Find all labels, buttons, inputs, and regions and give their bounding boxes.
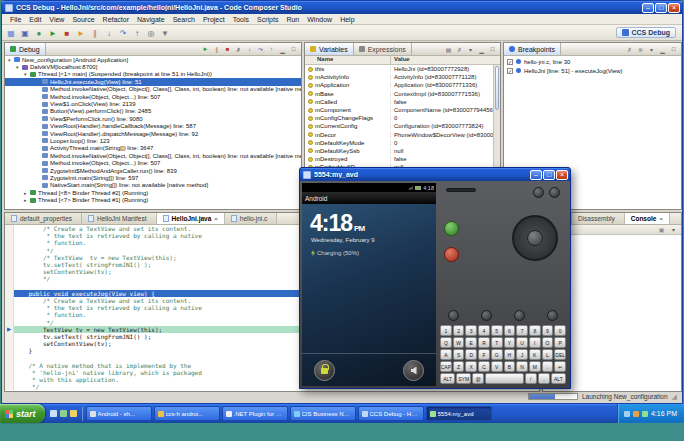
editor-gutter-marker[interactable] bbox=[5, 369, 14, 376]
stack-frame-row[interactable]: Looper.loop() line: 123 bbox=[5, 137, 301, 144]
quicklaunch-browser-icon[interactable] bbox=[60, 410, 67, 417]
resume-icon[interactable]: ► bbox=[201, 46, 210, 52]
dpad[interactable] bbox=[512, 215, 558, 261]
emu-key[interactable]: V bbox=[491, 361, 503, 372]
menu-item[interactable]: Search bbox=[169, 16, 199, 23]
variable-row[interactable]: mConfigChangeFlags 0 bbox=[305, 114, 493, 122]
stack-frame-row[interactable]: ▾ Thread [<1> main] (Suspended (breakpoi… bbox=[5, 71, 301, 78]
emu-key[interactable]: ALT bbox=[440, 373, 455, 384]
volume-up-button[interactable] bbox=[533, 187, 544, 198]
remove-icon[interactable]: ✗ bbox=[625, 46, 634, 53]
emu-key[interactable]: 7 bbox=[516, 325, 528, 336]
editor-gutter-marker[interactable] bbox=[5, 290, 14, 297]
emu-key[interactable]: X bbox=[465, 361, 477, 372]
stack-frame-row[interactable]: ▾ DalvikVM[localhost:8700] bbox=[5, 63, 301, 70]
emu-key[interactable]: H bbox=[504, 349, 516, 360]
step-into-icon[interactable]: ↓ bbox=[103, 27, 115, 39]
variable-row[interactable]: mComponent ComponentName (id=83000779445… bbox=[305, 106, 493, 114]
editor-gutter-marker[interactable] bbox=[5, 354, 14, 361]
maximize-button[interactable]: □ bbox=[543, 170, 555, 180]
terminate-icon[interactable]: ■ bbox=[223, 46, 232, 52]
editor-gutter-marker[interactable] bbox=[5, 232, 14, 239]
menu-item[interactable]: Window bbox=[303, 16, 336, 23]
emu-key[interactable]: P bbox=[554, 337, 566, 348]
stack-frame-row[interactable]: ViewRoot(Handler).handleCallback(Message… bbox=[5, 123, 301, 130]
editor-tab[interactable]: HelloJni Manifest bbox=[82, 213, 157, 224]
view-menu-icon[interactable]: ▾ bbox=[466, 46, 475, 53]
emu-key[interactable]: Q bbox=[440, 337, 452, 348]
run-icon[interactable]: ► bbox=[47, 27, 59, 39]
emu-key[interactable]: Z bbox=[453, 361, 465, 372]
emu-key[interactable]: 8 bbox=[529, 325, 541, 336]
console-area-tab[interactable]: Console × bbox=[625, 213, 670, 224]
emu-key[interactable]: 1 bbox=[440, 325, 452, 336]
search-icon[interactable]: ◎ bbox=[145, 27, 157, 39]
ide-titlebar[interactable]: CCS Debug - HelloJni/src/com/example/hel… bbox=[2, 1, 682, 14]
quicklaunch-folder-icon[interactable] bbox=[70, 410, 77, 417]
stack-frame-row[interactable]: ZygoteInit.main(String[]) line: 597 bbox=[5, 174, 301, 181]
emu-key[interactable]: DEL bbox=[554, 349, 566, 360]
resume-icon[interactable]: ► bbox=[75, 27, 87, 39]
editor-gutter-marker[interactable] bbox=[5, 383, 14, 390]
taskbar-task[interactable]: CIS Business Nee... bbox=[290, 406, 356, 421]
perspective-switcher[interactable]: CCS Debug bbox=[616, 27, 677, 38]
emu-key[interactable] bbox=[485, 373, 523, 384]
end-call-button[interactable] bbox=[444, 247, 459, 262]
editor-tab[interactable]: hello-jni.c bbox=[225, 213, 277, 224]
variable-row[interactable]: mCalled false bbox=[305, 98, 493, 106]
resize-grip[interactable]: ◢ bbox=[672, 393, 677, 401]
emu-key[interactable]: 3 bbox=[465, 325, 477, 336]
emu-key[interactable]: . bbox=[542, 361, 554, 372]
emu-key[interactable]: W bbox=[453, 337, 465, 348]
emu-key[interactable]: R bbox=[478, 337, 490, 348]
tab-debug[interactable]: Debug bbox=[5, 43, 46, 55]
menu-item[interactable]: Run bbox=[282, 16, 303, 23]
minimize-view-icon[interactable]: ▁ bbox=[658, 46, 667, 53]
dropdown-icon[interactable]: ▼ bbox=[159, 27, 171, 39]
emu-key[interactable]: U bbox=[516, 337, 528, 348]
emu-key[interactable]: J bbox=[516, 349, 528, 360]
volume-down-button[interactable] bbox=[549, 187, 560, 198]
breakpoint-row[interactable]: ✓ HelloJni [line: 51] - executeJog(View) bbox=[504, 66, 681, 75]
network-tray-icon[interactable] bbox=[642, 411, 648, 417]
stack-frame-row[interactable]: HelloJni.executeJog(View) line: 51 bbox=[5, 78, 301, 85]
menu-item[interactable]: Scripts bbox=[253, 16, 282, 23]
collapse-all-icon[interactable]: ✗ bbox=[455, 46, 464, 53]
editor-gutter-marker[interactable] bbox=[5, 326, 14, 333]
minimize-button[interactable]: – bbox=[530, 170, 542, 180]
emu-key[interactable]: , bbox=[538, 373, 550, 384]
call-button[interactable] bbox=[444, 221, 459, 236]
menu-item[interactable]: Navigate bbox=[133, 16, 169, 23]
scrollbar-thumb[interactable] bbox=[495, 66, 499, 110]
editor-gutter-marker[interactable] bbox=[5, 225, 14, 232]
taskbar-task[interactable]: Android - sh... bbox=[86, 406, 152, 421]
new-icon[interactable]: ▦ bbox=[5, 27, 17, 39]
variable-row[interactable]: mActivityInfo ActivityInfo (id=830007771… bbox=[305, 73, 493, 81]
variable-row[interactable]: mDestroyed false bbox=[305, 155, 493, 163]
emu-key[interactable]: Y bbox=[504, 337, 516, 348]
emu-key[interactable]: I bbox=[529, 337, 541, 348]
emu-key[interactable]: / bbox=[525, 373, 537, 384]
step-return-icon[interactable]: ↑ bbox=[131, 27, 143, 39]
column-name[interactable]: Name bbox=[305, 56, 391, 64]
emu-key[interactable]: 5 bbox=[491, 325, 503, 336]
stack-frame-row[interactable]: Method.invokeNative(Object, Object[], Cl… bbox=[5, 86, 301, 93]
close-icon[interactable]: × bbox=[659, 216, 663, 222]
phone-screen[interactable]: 4:18 Android 4:18 PM Wednesday, February… bbox=[302, 183, 436, 386]
editor-gutter-marker[interactable] bbox=[5, 304, 14, 311]
taskbar-task[interactable]: ccs-h androi... bbox=[154, 406, 220, 421]
menu-button[interactable] bbox=[481, 310, 492, 321]
close-icon[interactable]: × bbox=[214, 216, 218, 222]
suspend-icon[interactable]: ∥ bbox=[89, 27, 101, 39]
editor-gutter-marker[interactable] bbox=[5, 333, 14, 340]
menu-item[interactable]: File bbox=[6, 16, 25, 23]
start-button[interactable]: start bbox=[0, 404, 45, 423]
emu-key[interactable]: A bbox=[440, 349, 452, 360]
security-tray-icon[interactable] bbox=[633, 411, 639, 417]
editor-gutter-marker[interactable] bbox=[5, 318, 14, 325]
back-button[interactable] bbox=[514, 310, 525, 321]
step-over-icon[interactable]: ↷ bbox=[117, 27, 129, 39]
emu-key[interactable]: @ bbox=[472, 373, 484, 384]
home-button[interactable] bbox=[448, 310, 459, 321]
emu-key[interactable]: G bbox=[491, 349, 503, 360]
